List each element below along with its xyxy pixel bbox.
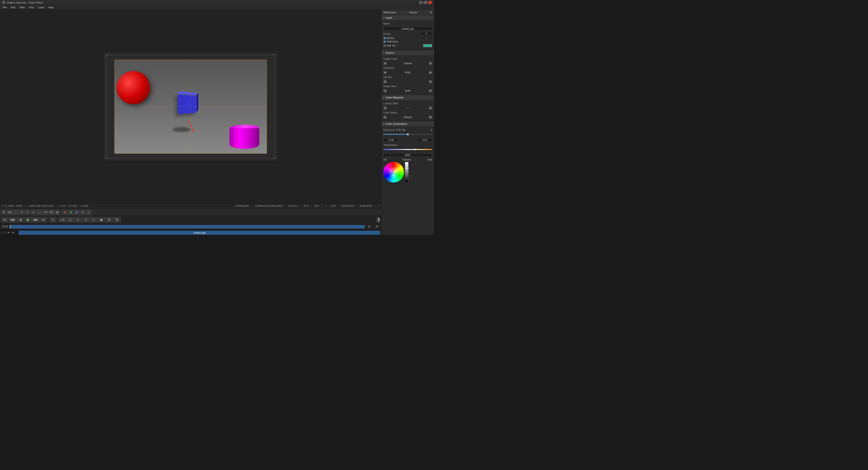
name-input[interactable] [383,27,432,31]
btn-down1[interactable]: ⬇ [74,217,82,222]
version-next[interactable]: ▶ [429,80,432,83]
color-swatch[interactable] [423,44,432,47]
frame-input[interactable]: 25.00 [1,225,9,228]
close-button[interactable]: ✕ [428,1,432,4]
btn-panel-toggle[interactable]: ▐ [376,217,380,222]
btn-next-frame[interactable]: ▶▶ [32,217,39,222]
restore-button[interactable]: □ [424,1,428,4]
fullscreen-button[interactable]: ⤢ [378,205,380,207]
exposure-thumb[interactable] [407,133,409,135]
color-space-prev[interactable]: ◀ [383,116,386,119]
menu-edit[interactable]: Edit [9,5,17,9]
temperature-slider[interactable] [383,149,432,150]
btn-up[interactable]: ⬆ [82,217,89,222]
btn-m[interactable]: M [105,217,113,222]
timeline-track[interactable] [10,225,365,228]
btn-grid2[interactable]: ⊞ [113,217,121,222]
tool-rect2[interactable]: □⊡ [43,210,48,215]
btn-stop[interactable]: ◼ [98,217,105,222]
titlebar-controls: ─ □ ✕ [419,1,432,4]
target-view-next[interactable]: ▶ [429,89,432,92]
menu-help[interactable]: Help [46,5,56,9]
softclip-value-input[interactable] [417,138,432,142]
canvas-container[interactable] [0,10,381,203]
channels-next[interactable]: ▶ [429,71,432,74]
image-layer-prev[interactable]: ◀ [383,62,386,65]
tool-import[interactable]: ↓ [13,210,18,215]
temperature-label-row: Temperature [383,143,432,147]
btn-compare[interactable]: □⊡ [59,217,66,222]
cylinder-body [229,128,259,149]
color-space-next[interactable]: ▶ [429,116,432,119]
menu-layer[interactable]: Layer [36,5,46,9]
color-wheel[interactable] [383,162,404,183]
channel-a[interactable]: A [80,210,86,215]
group-input[interactable] [421,32,432,35]
layer-section-header[interactable]: ▼ Layer [381,15,434,20]
status-fps: 25.00 fps [288,205,298,207]
btn-prev-frame[interactable]: ◀ [17,217,24,222]
color-mapping-header[interactable]: ▼ Color Mapping [381,95,434,100]
exposure-slider[interactable] [383,134,432,135]
target-view-value: Both [386,89,429,92]
safe-area-checkbox[interactable]: ✓ [383,40,386,43]
target-view-label-row: Target View [383,84,432,88]
corner-bl [106,156,109,159]
channels-nav: ◀ RGB ▶ [383,71,432,74]
status-value: 1.000 [330,205,335,207]
channel-b[interactable]: B [74,210,80,215]
tool-ab[interactable]: A|B [7,210,12,215]
gamma-strip[interactable] [405,162,408,183]
titlebar-title: shapes.chpcomp - Chaos Player [7,1,43,4]
exposure-reset[interactable]: ↺ [430,129,432,131]
btn-first-frame[interactable]: ⏮ [1,217,8,222]
tool-circle[interactable]: ⊙ [19,210,24,215]
btn-last-frame[interactable]: ⏭ [40,217,47,222]
channels-prev[interactable]: ◀ [383,71,386,74]
status-stereo: ◇ [325,205,327,207]
temperature-thumb[interactable] [414,149,416,150]
version-prev[interactable]: ◀ [383,80,386,83]
temperature-input[interactable] [383,153,432,157]
btn-loop[interactable]: ↺ [49,217,57,222]
exposure-value-input[interactable] [383,138,398,142]
lookup-table-next[interactable]: ▶ [429,106,432,109]
color-corrections-header[interactable]: ▼ Color Corrections [381,121,434,126]
color-mapping-chevron: ▼ [383,96,385,99]
lookup-table-prev[interactable]: ◀ [383,106,386,109]
menu-view[interactable]: View [18,5,27,9]
channel-r[interactable]: R [62,210,68,215]
btn-prev-fast[interactable]: ◀◀ [9,217,16,222]
btn-solo[interactable]: ⊡ [66,217,74,222]
status-resolution2: ⊡ 3840x2160 (1920x1080) [255,205,282,207]
tool-grid[interactable]: ⊞ [1,210,6,215]
btn-play[interactable]: ▶ [24,217,32,222]
menu-play[interactable]: Play [27,5,35,9]
menu-file[interactable]: File [1,5,9,9]
timeline-end2: 25 [373,225,380,228]
tool-panels[interactable]: ⊡⊡ [49,210,54,215]
tool-rect[interactable]: □ [37,210,42,215]
version-label-row: Version [383,75,432,79]
source-section: ▼ Source Image Layer ◀ Default ▶ Channel… [381,50,434,95]
image-layer-next[interactable]: ▶ [429,62,432,65]
channel-g[interactable]: G [68,210,73,215]
eye-icon[interactable]: 👁 [7,231,10,234]
tool-menu[interactable]: ▤ [55,210,60,215]
btn-down2[interactable]: ⬇ [90,217,97,222]
target-view-prev[interactable]: ◀ [383,89,386,92]
right-panel: Workspace: Classic ▼ ▼ Layer Name Group [381,10,434,235]
gain-label: Gain [427,158,432,161]
exposure-fill [383,134,408,135]
border-checkbox[interactable]: ✓ [383,37,386,39]
target-view-nav: ◀ Both ▶ [383,89,432,92]
tool-draw[interactable]: ✎ [25,210,30,215]
main-layout: X, Y [ -3430 , -1168 ] | 0.000 0.000 0.0… [0,10,434,235]
color-wheel-dot [393,171,394,173]
workspace-chevron[interactable]: ▼ [430,11,432,14]
gamma-indicator [405,168,409,168]
minimize-button[interactable]: ─ [419,1,423,4]
channel-l[interactable]: L [86,210,91,215]
source-section-header[interactable]: ▼ Source [381,50,434,55]
tool-text[interactable]: A [31,210,36,215]
